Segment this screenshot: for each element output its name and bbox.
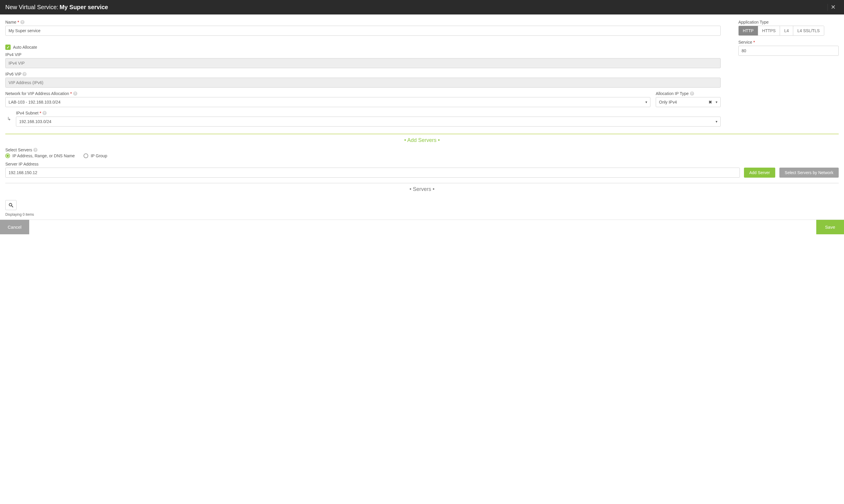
chevron-down-icon: ▾: [716, 120, 717, 124]
service-port-input[interactable]: [738, 46, 839, 56]
help-icon[interactable]: ?: [33, 148, 37, 152]
clear-icon[interactable]: ✖: [708, 100, 712, 105]
items-count-text: Displaying 0 items: [5, 213, 839, 217]
required-icon: *: [39, 111, 41, 115]
modal-header: New Virtual Service: My Super service ✕: [0, 0, 844, 15]
service-label: Service: [738, 40, 752, 44]
app-type-l4[interactable]: L4: [780, 26, 793, 35]
select-servers-label: Select Servers: [5, 147, 32, 152]
ipv4-subnet-label: IPv4 Subnet: [16, 111, 38, 115]
chevron-down-icon: ▾: [716, 100, 717, 104]
cancel-button[interactable]: Cancel: [0, 220, 29, 234]
radio-dot-icon: [84, 154, 88, 158]
ipv4-subnet-value: 192.168.103.0/24: [19, 119, 716, 124]
auto-allocate-checkbox[interactable]: ✓: [5, 44, 11, 50]
network-alloc-select[interactable]: LAB-103 - 192.168.103.0/24 ▾: [5, 97, 650, 107]
application-type-label: Application Type: [738, 20, 769, 24]
save-button[interactable]: Save: [816, 220, 844, 234]
help-icon[interactable]: ?: [73, 91, 77, 96]
required-icon: *: [17, 20, 19, 24]
help-icon[interactable]: ?: [20, 20, 24, 24]
alloc-ip-type-value: Only IPv4: [659, 100, 708, 105]
radio-ip-option[interactable]: IP Address, Range, or DNS Name: [5, 154, 75, 158]
auto-allocate-label: Auto Allocate: [13, 45, 37, 50]
network-alloc-label: Network for VIP Address Allocation: [5, 91, 69, 96]
search-button[interactable]: [5, 200, 17, 210]
server-ip-label: Server IP Address: [5, 162, 39, 166]
required-icon: *: [70, 91, 72, 96]
radio-ipgroup-label: IP Group: [91, 154, 107, 158]
ipv4-subnet-select[interactable]: 192.168.103.0/24 ▾: [16, 116, 721, 127]
search-icon: [8, 202, 14, 208]
modal-footer: Cancel Save: [0, 219, 844, 234]
radio-ip-label: IP Address, Range, or DNS Name: [12, 154, 75, 158]
application-type-segmented: HTTP HTTPS L4 L4 SSL/TLS: [738, 26, 824, 36]
radio-dot-icon: [5, 154, 10, 158]
app-type-l4-ssl[interactable]: L4 SSL/TLS: [793, 26, 824, 35]
ipv4-vip-label: IPv4 VIP: [5, 52, 21, 57]
required-icon: *: [753, 40, 755, 44]
svg-line-1: [12, 206, 13, 207]
ipv6-vip-input: [5, 78, 721, 88]
server-ip-input[interactable]: [5, 168, 740, 178]
name-input[interactable]: [5, 26, 721, 36]
help-icon[interactable]: ?: [42, 111, 47, 115]
ipv6-vip-label: IPv6 VIP: [5, 72, 21, 76]
app-type-http[interactable]: HTTP: [739, 26, 758, 35]
ipv4-vip-input: [5, 58, 721, 68]
indent-arrow-icon: ↳: [5, 116, 12, 122]
add-server-button[interactable]: Add Server: [744, 168, 775, 178]
app-type-https[interactable]: HTTPS: [758, 26, 780, 35]
name-label: Name: [5, 20, 16, 24]
servers-section-title: • Servers •: [5, 186, 839, 192]
modal-title-prefix: New Virtual Service:: [5, 4, 58, 11]
radio-ipgroup-option[interactable]: IP Group: [84, 154, 107, 158]
modal-title-name: My Super service: [60, 4, 108, 11]
close-icon[interactable]: ✕: [828, 3, 839, 11]
select-servers-by-network-button[interactable]: Select Servers by Network: [779, 168, 839, 178]
alloc-ip-type-label: Allocation IP Type: [656, 91, 689, 96]
chevron-down-icon: ▾: [645, 100, 647, 104]
add-servers-section-title: • Add Servers •: [5, 137, 839, 143]
network-alloc-value: LAB-103 - 192.168.103.0/24: [8, 100, 645, 105]
help-icon[interactable]: ?: [22, 72, 26, 76]
alloc-ip-type-select[interactable]: Only IPv4 ✖ ▾: [656, 97, 721, 107]
help-icon[interactable]: ?: [690, 91, 694, 96]
